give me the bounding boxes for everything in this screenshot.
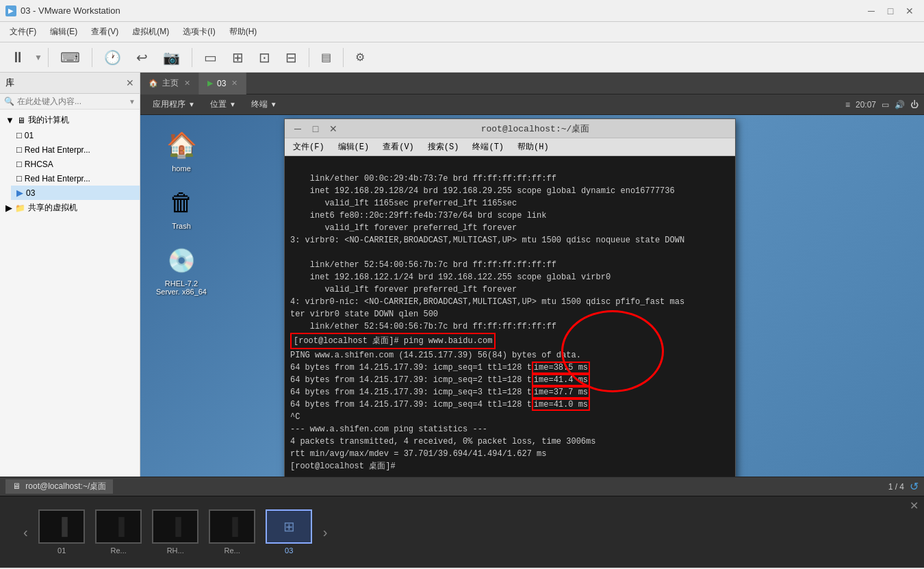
menu-vm[interactable]: 虚拟机(M) [125,23,176,40]
vm-status-label: root@localhost:~/桌面 [25,481,106,491]
sidebar-title: 库 [5,77,126,89]
trash-icon-label: Trash [154,222,209,230]
refresh-icon[interactable]: ↺ [910,480,919,493]
vm-statusbar-right: ≡ 20:07 ▭ 🔊 ⏻ [845,100,919,110]
menu-tabs[interactable]: 选项卡(I) [176,23,222,40]
terminal-window-controls: ─ □ ✕ [290,121,341,136]
terminal-menu-search[interactable]: 搜索(S) [422,140,465,154]
terminal-window[interactable]: ─ □ ✕ root@localhost:~/桌面 文件(F) 编辑(E) 查看… [284,118,736,477]
terminal-minimize[interactable]: ─ [290,121,305,136]
desktop-icon-disc[interactable]: 💿 RHEL-7.2 Server. x86_64 [154,244,209,296]
thumbnail-rh[interactable]: ▐ RH... [150,509,201,555]
thumbnail-re2[interactable]: ▐ Re... [207,509,258,555]
terminal-line-ping-1: 64 bytes from 14.215.177.39: icmp_seq=1 … [290,362,590,374]
terminal-menu-terminal[interactable]: 终端(T) [467,140,509,154]
tab-home-label: 主页 [162,77,179,89]
thumb-prev-button[interactable]: ‹ [21,524,31,540]
terminal-line-stats-1: 4 packets transmitted, 4 received, 0% pa… [290,437,595,446]
send-ctrl-alt-del-button[interactable]: ⌨ [54,46,86,69]
terminal-close[interactable]: ✕ [326,121,341,136]
trash-icon: 🗑 [165,186,198,219]
vm-terminal-btn[interactable]: 终端 ▼ [244,97,284,112]
terminal-line-12: link/ether 52:54:00:56:7b:7c brd ff:ff:f… [290,322,556,331]
terminal-menu-edit[interactable]: 编辑(E) [333,140,375,154]
search-icon: 🔍 [4,97,14,106]
sidebar-item-redhat2[interactable]: □ Red Hat Enterpr... [11,171,140,186]
terminal-line-11: ter virbr0 state DOWN qlen 500 [290,309,438,319]
desktop-icon-home[interactable]: 🏠 home [154,129,209,173]
terminal-menu-bar: 文件(F) 编辑(E) 查看(V) 搜索(S) 终端(T) 帮助(H) [285,138,735,156]
vm-display-area: 🏠 主页 ✕ ▶ 03 ✕ 应用程序 ▼ 位置 ▼ 终端 ▼ [140,73,924,477]
menu-file[interactable]: 文件(F) [3,23,43,40]
location-arrow: ▼ [229,101,236,108]
terminal-line-ping-3: 64 bytes from 14.215.177.39: icmp_seq=3 … [290,386,590,399]
thumbnail-03[interactable]: ⊞ 03 [264,509,315,555]
sidebar-item-redhat1[interactable]: □ Red Hat Enterpr... [11,142,140,157]
vm-location-menu[interactable]: 位置 ▼ [203,97,243,112]
menu-help[interactable]: 帮助(H) [222,23,264,40]
terminal-label: 终端 [251,99,268,110]
maximize-button[interactable]: □ [882,2,899,20]
sidebar-item-01[interactable]: □ 01 [11,128,140,142]
view-button1[interactable]: ⊡ [253,46,277,69]
home-icon-label: home [154,164,209,173]
terminal-line-7: link/ether 52:54:00:56:7b:7c brd ff:ff:f… [290,260,556,270]
settings-button[interactable]: ⚙ [349,47,371,67]
terminal-line-stats-header: --- www.a.shifen.com ping statistics --- [290,425,487,434]
sidebar-label-shared: 共享的虚拟机 [28,202,77,214]
sidebar-item-shared[interactable]: ▶ 📁 共享的虚拟机 [0,200,140,216]
terminal-content[interactable]: link/ether 00:0c:29:4b:73:7e brd ff:ff:f… [285,156,735,477]
thumb-label-03: 03 [285,546,293,555]
unity-button[interactable]: ⊞ [226,46,250,69]
vm-tab-icon-03: ▶ [207,79,213,88]
sidebar-item-03[interactable]: ▶ 03 [11,186,140,200]
desktop-icon-trash[interactable]: 🗑 Trash [154,186,209,230]
vm-inner-toolbar: 应用程序 ▼ 位置 ▼ 终端 ▼ ≡ 20:07 ▭ 🔊 ⏻ [140,94,924,115]
sidebar-item-rhcsa[interactable]: □ RHCSA [11,157,140,171]
revert-button[interactable]: ↩ [130,46,154,69]
full-screen-button[interactable]: ▭ [198,46,223,69]
thumbnail-close-button[interactable]: ✕ [910,499,919,512]
tab-03[interactable]: ▶ 03 ✕ [199,73,246,94]
page-indicator: 1 / 4 [888,482,904,492]
terminal-menu-view[interactable]: 查看(V) [377,140,420,154]
snapshot-button[interactable]: 🕐 [98,46,127,69]
toolbar-separator-1 [48,48,49,67]
menu-bar: 文件(F) 编辑(E) 查看(V) 虚拟机(M) 选项卡(I) 帮助(H) [0,22,924,42]
view-button2[interactable]: ⊟ [279,46,303,69]
app-icon: ▶ [5,5,16,16]
apps-arrow: ▼ [188,101,195,108]
terminal-menu-file[interactable]: 文件(F) [287,140,330,154]
sidebar-close-button[interactable]: ✕ [126,77,134,88]
tab-home[interactable]: 🏠 主页 ✕ [140,73,199,94]
expand-icon: ▼ [5,115,14,125]
terminal-line-4: inet6 fe80::20c:29ff:fe4b:737e/64 brd sc… [290,211,546,220]
minimize-button[interactable]: ─ [862,2,880,20]
tab-03-close[interactable]: ✕ [231,79,238,88]
thumbnail-re1[interactable]: ▐ Re... [93,509,144,555]
close-button[interactable]: ✕ [901,2,919,20]
disc-icon-label: RHEL-7.2 Server. x86_64 [154,279,209,296]
menu-edit[interactable]: 编辑(E) [43,23,84,40]
tab-home-close[interactable]: ✕ [184,79,190,88]
terminal-maximize[interactable]: □ [308,121,323,136]
search-input[interactable] [17,97,129,106]
sidebar-label-03: 03 [26,188,35,198]
terminal-menu-help[interactable]: 帮助(H) [512,140,554,154]
snapshot-manager-button[interactable]: 📷 [157,46,186,69]
display-icon: ▭ [882,100,889,110]
sidebar-item-my-computer[interactable]: ▼ 🖥 我的计算机 [0,112,140,128]
terminal-line-stats-2: rtt min/avg/max/mdev = 37.701/39.694/41.… [290,449,546,459]
thumbnail-01[interactable]: ▐ 01 [36,509,88,555]
console-button[interactable]: ▤ [315,47,337,67]
sidebar-label-rhcsa: RHCSA [25,160,53,169]
menu-view[interactable]: 查看(V) [84,23,125,40]
vm-desktop[interactable]: 🏠 home 🗑 Trash 💿 RHEL-7.2 Server. x86_64 [140,115,924,477]
expand-icon-shared: ▶ [5,203,12,213]
thumb-img-rh: ▐ [152,509,198,544]
terminal-line-10: 4: virbr0-nic: <NO-CARRIER,BROADCAST,MUL… [290,297,684,307]
pause-button[interactable]: ⏸ [4,45,31,70]
thumb-next-button[interactable]: › [320,524,331,540]
sidebar-search-bar[interactable]: 🔍 ▼ [0,94,140,110]
vm-apps-menu[interactable]: 应用程序 ▼ [146,97,202,112]
